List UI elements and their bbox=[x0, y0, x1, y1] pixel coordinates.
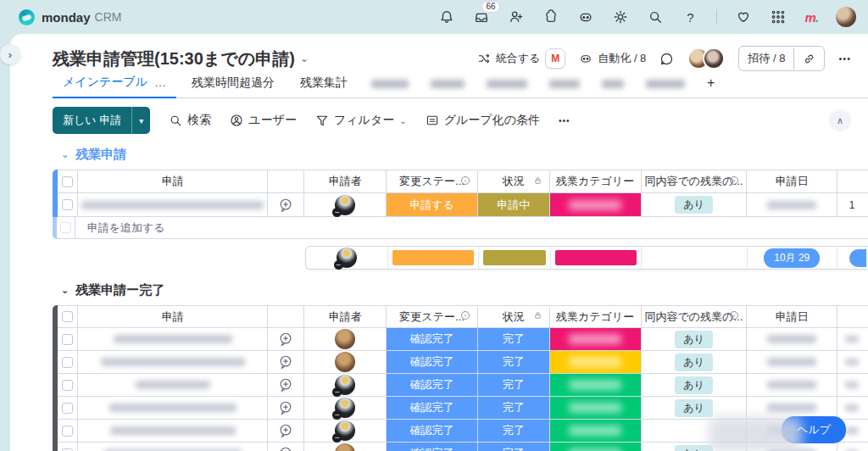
column-person[interactable]: 申請者 bbox=[304, 170, 387, 193]
person-avatar[interactable]: – bbox=[335, 420, 355, 441]
category-cell[interactable] bbox=[550, 351, 642, 374]
category-distribution-bar[interactable] bbox=[555, 250, 637, 265]
column-duplicate[interactable]: 同内容での残業の... bbox=[642, 170, 748, 193]
row-checkbox[interactable] bbox=[62, 426, 73, 437]
column-person[interactable]: 申請者 bbox=[304, 305, 387, 328]
column-situation[interactable]: 状況 bbox=[478, 305, 550, 328]
invite-button[interactable]: 招待 / 8 bbox=[738, 46, 825, 71]
favorites-heart-icon[interactable] bbox=[735, 8, 752, 25]
column-name[interactable]: 申請 bbox=[78, 170, 269, 193]
integrate-button[interactable]: 統合する M bbox=[477, 48, 566, 69]
tab-overtime-summary[interactable]: 残業集計 bbox=[290, 71, 358, 97]
new-item-button[interactable]: 新しい 申請 ▾ bbox=[53, 107, 150, 134]
tab-options-icon[interactable]: … bbox=[154, 75, 166, 89]
category-cell[interactable] bbox=[550, 328, 642, 351]
person-avatar[interactable] bbox=[335, 352, 355, 372]
situation-distribution-bar[interactable] bbox=[483, 250, 546, 265]
search-button[interactable]: 検索 bbox=[169, 113, 211, 128]
filter-button[interactable]: フィルター ⌄ bbox=[315, 113, 407, 128]
situation-cell[interactable]: 完了 bbox=[478, 420, 550, 443]
column-status[interactable]: 変更ステー... bbox=[387, 305, 478, 328]
info-icon[interactable] bbox=[729, 310, 739, 323]
date-cell[interactable] bbox=[747, 374, 837, 397]
column-status[interactable]: 変更ステー... bbox=[387, 170, 478, 193]
info-icon[interactable] bbox=[460, 175, 470, 188]
monday-product-mark[interactable]: m. bbox=[804, 10, 818, 25]
tab-redacted[interactable] bbox=[602, 80, 624, 88]
column-duplicate[interactable]: 同内容での残業の... bbox=[642, 305, 748, 328]
add-update-icon[interactable] bbox=[268, 193, 304, 217]
collapse-group-icon[interactable]: ⌄ bbox=[61, 149, 69, 160]
extra-cell[interactable]: 1 bbox=[837, 193, 868, 217]
marketplace-icon[interactable] bbox=[542, 8, 559, 25]
help-question-icon[interactable]: ? bbox=[682, 8, 698, 25]
table-row[interactable]: 確認完了 完了 あり bbox=[53, 328, 868, 351]
situation-cell[interactable]: 完了 bbox=[478, 397, 550, 420]
column-category[interactable]: 残業カテゴリー bbox=[550, 170, 642, 193]
person-avatar[interactable] bbox=[335, 329, 355, 349]
table-row[interactable]: – 確認完了 完了 あり bbox=[53, 397, 868, 420]
extra-cell[interactable] bbox=[837, 374, 868, 397]
search-icon[interactable] bbox=[647, 8, 664, 25]
category-cell[interactable] bbox=[550, 193, 642, 217]
automate-button[interactable]: 自動化 / 8 bbox=[579, 51, 646, 66]
copy-link-icon[interactable] bbox=[793, 48, 824, 70]
column-name[interactable]: 申請 bbox=[78, 305, 269, 328]
extra-cell[interactable] bbox=[837, 351, 868, 374]
status-cell[interactable]: 確認完了 bbox=[387, 351, 478, 374]
status-cell[interactable]: 確認完了 bbox=[387, 374, 478, 397]
board-members-avatars[interactable] bbox=[687, 47, 725, 70]
settings-gear-icon[interactable] bbox=[612, 8, 629, 25]
date-cell[interactable] bbox=[747, 351, 837, 374]
column-situation[interactable]: 状況 bbox=[478, 170, 550, 193]
date-range-pill[interactable]: 10月 29 bbox=[764, 248, 820, 268]
person-avatar[interactable]: – bbox=[335, 195, 355, 215]
info-icon[interactable] bbox=[460, 310, 470, 323]
tab-overtime-excess[interactable]: 残業時間超過分 bbox=[181, 71, 285, 97]
situation-cell[interactable]: 完了 bbox=[478, 328, 550, 351]
table-row[interactable]: – 申請する 申請中 あり 1 bbox=[53, 193, 868, 217]
group1-title[interactable]: ⌄ 残業申請 bbox=[61, 144, 868, 164]
status-cell[interactable]: 確認完了 bbox=[387, 328, 478, 351]
category-cell[interactable] bbox=[550, 397, 642, 420]
person-filter-button[interactable]: ユーザー bbox=[230, 113, 297, 128]
filter-caret-icon[interactable]: ⌄ bbox=[399, 116, 406, 125]
info-icon[interactable] bbox=[729, 175, 739, 188]
tab-redacted[interactable] bbox=[431, 80, 465, 88]
duplicate-cell[interactable]: あり bbox=[642, 397, 748, 420]
table-row[interactable]: – 確認完了 完了 あり bbox=[53, 374, 868, 397]
extra-cell[interactable] bbox=[837, 397, 868, 420]
select-all-checkbox[interactable] bbox=[62, 176, 73, 187]
monday-logo[interactable]: monday CRM bbox=[19, 9, 121, 25]
board-menu-button[interactable]: ••• bbox=[838, 53, 851, 64]
row-checkbox[interactable] bbox=[62, 403, 73, 414]
collapse-group-icon[interactable]: ⌄ bbox=[61, 285, 69, 296]
duplicate-cell[interactable]: あり bbox=[642, 328, 748, 351]
tab-main-table[interactable]: メインテーブル … bbox=[53, 70, 176, 98]
row-checkbox[interactable] bbox=[62, 357, 73, 368]
add-update-icon[interactable] bbox=[268, 374, 304, 397]
duplicate-cell[interactable]: あり bbox=[642, 351, 748, 374]
status-cell[interactable]: 確認完了 bbox=[387, 397, 478, 420]
tab-redacted[interactable] bbox=[487, 80, 527, 88]
date-cell[interactable] bbox=[747, 328, 837, 351]
add-view-button[interactable]: + bbox=[698, 75, 723, 97]
category-cell[interactable] bbox=[550, 374, 642, 397]
add-update-icon[interactable] bbox=[268, 397, 304, 420]
tab-redacted[interactable] bbox=[646, 80, 685, 88]
person-avatar[interactable]: – bbox=[335, 398, 355, 418]
row-checkbox[interactable] bbox=[62, 448, 73, 451]
duplicate-cell[interactable]: あり bbox=[642, 374, 748, 397]
row-checkbox[interactable] bbox=[62, 334, 73, 345]
notifications-bell-icon[interactable] bbox=[438, 8, 455, 25]
user-avatar[interactable] bbox=[836, 7, 856, 27]
add-update-icon[interactable] bbox=[268, 443, 304, 451]
add-update-icon[interactable] bbox=[268, 420, 304, 443]
person-avatar[interactable]: – bbox=[335, 375, 355, 395]
status-cell[interactable]: 申請する bbox=[387, 193, 478, 217]
situation-cell[interactable]: 完了 bbox=[478, 351, 550, 374]
duplicate-cell[interactable]: あり bbox=[642, 193, 748, 217]
group2-title[interactable]: ⌄ 残業申請ー完了 bbox=[61, 280, 868, 300]
column-category[interactable]: 残業カテゴリー bbox=[550, 305, 642, 328]
select-all-checkbox[interactable] bbox=[62, 311, 73, 322]
